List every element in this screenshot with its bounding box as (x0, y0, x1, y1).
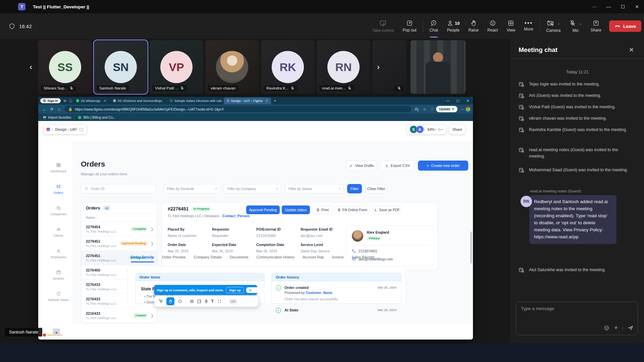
browser-essentials-icon[interactable]: ♡ (430, 107, 434, 112)
filter-button[interactable]: Filter (347, 184, 362, 193)
back-icon[interactable]: ← (42, 107, 46, 112)
fill-online-form-button[interactable]: Fill Online Form (335, 205, 370, 214)
attach-plus-icon[interactable]: + (614, 324, 618, 331)
tab-communication-history[interactable]: Communication History (257, 255, 295, 262)
rectangle-tool-icon[interactable]: ▾ (197, 299, 201, 304)
sidebar-item-orders[interactable]: Orders (44, 184, 73, 194)
sidebar-item-vendors[interactable]: Vendors (44, 270, 73, 280)
tab-account-rep[interactable]: Account Rep (303, 255, 324, 262)
participant-tile-vikram[interactable]: vikram chavan (205, 40, 259, 94)
vertical-tabs-icon[interactable]: ▢ (69, 99, 72, 103)
shape-tool-icon[interactable] (178, 299, 182, 304)
chat-close-icon[interactable]: ✕ (629, 46, 634, 54)
order-row[interactable]: 2279451TL Flex Holdings LLC Approval Pen… (81, 236, 157, 251)
chat-input-field[interactable] (516, 302, 638, 315)
browser-maximize-icon[interactable]: ▢ (453, 99, 463, 103)
contact-phone[interactable]: 2123874901 (352, 249, 377, 253)
update-status-button[interactable]: Update status (282, 205, 310, 214)
browser-tab-figma[interactable]: Design - UAT – Figma✕ (224, 98, 271, 104)
components-tool-icon[interactable] (217, 299, 222, 304)
mic-chevron-icon[interactable]: ⌄ (579, 21, 582, 25)
tab-close-icon[interactable]: ✕ (165, 99, 166, 103)
titlebar-more-icon[interactable]: ⋯ (588, 0, 602, 13)
name-column-header[interactable]: Name↓ (81, 214, 157, 222)
tab-order-details[interactable]: Order Details (131, 255, 154, 262)
chat-message-input-box[interactable]: + (516, 302, 638, 335)
browser-tab-whatsapp[interactable]: (6) WhatsApp✕ (73, 98, 109, 104)
new-tab-icon[interactable]: + (274, 99, 276, 103)
participant-tile-santosh[interactable]: SN Santosh Narate (94, 40, 148, 94)
save-as-pdf-button[interactable]: Save as PDF (372, 205, 401, 214)
participant-tile-readai[interactable]: RN read.ai mee... (317, 40, 370, 94)
view-drafts-button[interactable]: View Drafts (346, 161, 377, 171)
customer-name-link[interactable]: Customer_Name (306, 291, 332, 295)
export-csv-button[interactable]: Export CSV (381, 161, 414, 171)
pen-tool-icon[interactable]: ▾ (204, 299, 208, 304)
browser-update-button[interactable]: Update ⟳ (436, 106, 458, 112)
browser-signin-chip[interactable]: Sign in (40, 98, 61, 103)
dev-mode-code-icon[interactable]: </> (229, 299, 237, 304)
frame-tool-icon[interactable]: ▾ (190, 299, 194, 304)
copilot-icon[interactable] (466, 107, 470, 112)
address-bar[interactable]: 🔒 https://www.figma.com/design/9BKQ0FOHR… (65, 106, 411, 112)
contact-person-link[interactable]: Contact_Person. (222, 214, 250, 218)
react-button[interactable]: React (483, 15, 502, 37)
bills-bookmark-link[interactable]: Bills | Billing and Co... (83, 116, 116, 119)
home-icon[interactable]: ⌂ (58, 107, 60, 112)
sidebar-item-companies[interactable]: Companies (44, 205, 73, 216)
order-row[interactable]: 2279454TL Flex Holdings LLC Complete❯ (81, 222, 157, 236)
participant-tile-ravindra[interactable]: RK Ravindra K... (261, 40, 315, 94)
participant-tile-video[interactable] (411, 40, 466, 94)
tab-order-preview[interactable]: Order Preview (162, 255, 185, 262)
doc-menu-chevron-icon[interactable]: ▾ (52, 128, 53, 131)
canvas-scrollbar[interactable] (470, 232, 472, 263)
refresh-icon[interactable]: ⟳ (50, 107, 54, 112)
move-tool-icon[interactable] (158, 299, 163, 304)
emoji-icon[interactable] (604, 325, 609, 331)
approval-pending-button[interactable]: Approval Pending (246, 205, 280, 214)
favorite-star-icon[interactable]: ☆ (423, 107, 426, 112)
zoom-chevron-icon[interactable]: ▾ (435, 128, 436, 131)
tab-sales-receipt[interactable]: Sales Receipt (352, 255, 374, 262)
sidebar-item-dashboard[interactable]: Dashboard (44, 163, 73, 173)
order-id-search-input[interactable]: Order ID (81, 184, 156, 193)
share-button[interactable]: Share (586, 15, 606, 37)
text-tool-icon[interactable]: T (211, 299, 214, 304)
filmstrip-prev-icon[interactable]: ‹ (30, 62, 32, 72)
camera-chevron-icon[interactable]: ⌄ (557, 21, 560, 25)
layout-panel-icon[interactable] (79, 128, 83, 131)
tab-close-icon[interactable]: ✕ (104, 99, 106, 103)
google-continue-button[interactable]: G Continue (246, 287, 269, 293)
participant-tile-shivani[interactable]: SS Shivani Sup... (38, 40, 92, 94)
import-favorites-link[interactable]: Import favorites (48, 116, 71, 119)
tab-actions-icon[interactable]: ⧉ (64, 99, 66, 103)
close-button[interactable]: ✕ (630, 0, 644, 13)
clear-filter-button[interactable]: Clear Filter (365, 184, 387, 193)
maximize-button[interactable] (616, 0, 630, 13)
participant-tile-vishal[interactable]: VP Vishal Patil ... (150, 40, 203, 94)
create-new-order-button[interactable]: + Create new order (418, 161, 468, 171)
avatars-chevron-icon[interactable]: ▾ (424, 128, 425, 131)
filmstrip-next-icon[interactable]: › (377, 62, 380, 72)
sidebar-item-refresh-token[interactable]: Refresh Token (44, 291, 73, 302)
people-button[interactable]: 10 People (442, 15, 464, 37)
tab-invoice[interactable]: Invoice (332, 255, 343, 262)
read-aloud-icon[interactable]: A) (415, 107, 419, 112)
browser-close-icon[interactable]: ✕ (463, 99, 473, 103)
present-play-icon[interactable]: ▷ (439, 127, 441, 132)
sign-up-button[interactable]: Sign up (226, 287, 244, 293)
hand-tool-icon[interactable] (166, 297, 174, 305)
browser-minimize-icon[interactable]: — (443, 99, 453, 103)
sidebar-item-employees[interactable]: Employees (44, 248, 73, 259)
more-button[interactable]: ••• More (520, 15, 537, 37)
tab-documents[interactable]: Documents (230, 255, 249, 262)
collaborator-avatar[interactable]: A (416, 126, 424, 133)
figma-doc-pill[interactable]: ▾ Design - UAT (43, 124, 87, 134)
pop-out-button[interactable]: Pop out (398, 15, 421, 37)
presenter-add-icon[interactable]: + (53, 328, 60, 336)
filter-domicile-dropdown[interactable]: Filter by Domicile▾ (163, 184, 220, 193)
browser-tab-excel[interactable]: Sample Salary Structure with calc✕ (167, 98, 222, 104)
minimize-button[interactable]: — (602, 0, 616, 13)
raise-button[interactable]: Raise (464, 15, 483, 37)
tab-close-icon[interactable]: ✕ (266, 99, 268, 103)
